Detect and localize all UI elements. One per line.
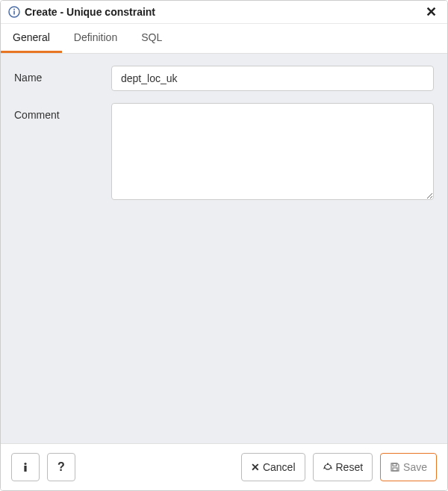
tab-content: Name Comment <box>1 54 447 443</box>
save-icon <box>390 462 400 472</box>
dialog-footer: ? ✕ Cancel Reset <box>1 443 447 490</box>
svg-point-1 <box>13 9 15 10</box>
tab-definition[interactable]: Definition <box>62 24 129 53</box>
cancel-button[interactable]: ✕ Cancel <box>241 453 305 481</box>
comment-input[interactable] <box>111 103 434 200</box>
create-unique-constraint-dialog: Create - Unique constraint ✕ General Def… <box>0 0 448 491</box>
dialog-title: Create - Unique constraint <box>25 6 423 18</box>
cancel-label: Cancel <box>263 461 296 473</box>
reset-button[interactable]: Reset <box>313 453 373 481</box>
recycle-icon <box>323 462 333 472</box>
info-icon <box>8 6 20 18</box>
reset-label: Reset <box>336 461 364 473</box>
info-bold-icon <box>20 462 31 472</box>
comment-label: Comment <box>14 103 111 121</box>
close-icon: ✕ <box>251 461 260 473</box>
save-label: Save <box>403 461 427 473</box>
tab-sql[interactable]: SQL <box>129 24 174 53</box>
svg-rect-6 <box>393 468 397 471</box>
dialog-header: Create - Unique constraint ✕ <box>1 1 447 24</box>
form-row-comment: Comment <box>14 103 434 202</box>
name-input[interactable] <box>111 66 434 91</box>
svg-rect-2 <box>13 11 15 15</box>
info-button[interactable] <box>11 453 40 481</box>
question-icon: ? <box>57 460 65 474</box>
help-button[interactable]: ? <box>47 453 75 481</box>
save-button[interactable]: Save <box>380 453 437 481</box>
tabs: General Definition SQL <box>1 24 447 54</box>
tab-general[interactable]: General <box>1 24 62 53</box>
svg-rect-4 <box>24 466 26 472</box>
close-button[interactable]: ✕ <box>423 5 440 19</box>
svg-rect-5 <box>393 463 396 466</box>
svg-point-3 <box>24 463 26 465</box>
name-label: Name <box>14 66 111 84</box>
form-row-name: Name <box>14 66 434 91</box>
